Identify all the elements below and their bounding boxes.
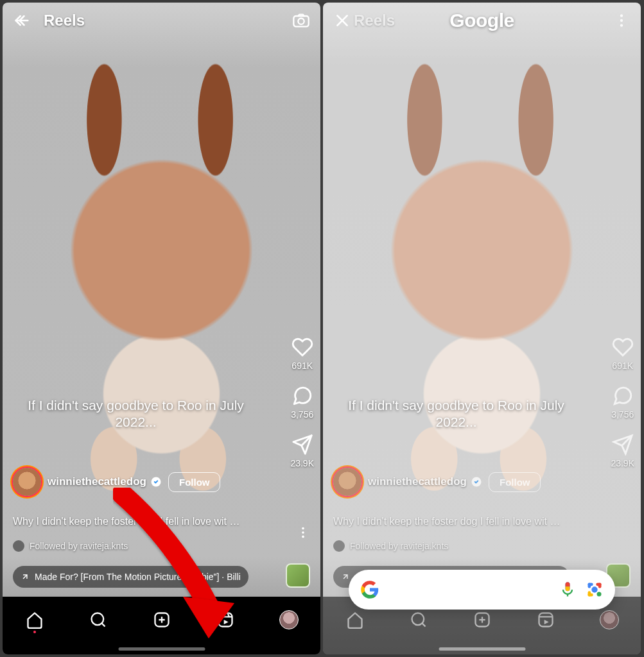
share-button[interactable]: 23.9K (611, 434, 634, 468)
action-rail: 691K 3,756 23.9K (290, 336, 314, 468)
comment-count: 3,756 (611, 409, 634, 420)
reel-video-frame[interactable] (323, 3, 641, 654)
bottom-nav (3, 597, 320, 654)
svg-point-3 (298, 18, 304, 24)
google-g-icon (360, 580, 379, 599)
followed-by-label: Followed by raviteja.knts (350, 541, 448, 551)
like-count: 691K (612, 361, 633, 371)
svg-rect-15 (218, 613, 232, 627)
svg-line-11 (101, 623, 105, 626)
page-title: Reels (44, 12, 85, 30)
top-bar: Reels (3, 3, 320, 38)
nav-reels-icon[interactable] (536, 610, 555, 629)
back-icon[interactable] (12, 10, 32, 31)
svg-rect-33 (588, 591, 591, 596)
svg-point-9 (302, 536, 304, 538)
nav-create-icon[interactable] (152, 610, 171, 629)
svg-rect-41 (539, 613, 552, 627)
svg-point-7 (302, 527, 304, 530)
audio-thumbnail[interactable] (286, 563, 310, 588)
audio-text: Made For? [From The Motion Picture "Barb… (35, 572, 241, 582)
share-count: 23.9K (611, 458, 634, 468)
author-avatar[interactable] (333, 468, 361, 496)
phone-left: Reels If I didn't say goodbye to Roo in … (3, 3, 320, 654)
home-indicator[interactable] (439, 647, 525, 651)
audio-pill[interactable]: Made For? [From The Motion Picture "Barb… (13, 566, 248, 588)
nav-create-icon[interactable] (473, 610, 492, 629)
svg-marker-19 (223, 620, 228, 624)
svg-point-35 (591, 586, 597, 592)
like-button[interactable]: 691K (292, 336, 313, 371)
home-indicator[interactable] (118, 647, 205, 651)
like-count: 691K (292, 361, 313, 371)
author-row[interactable]: winniethecattledog Follow (333, 468, 589, 496)
verified-badge-icon (471, 476, 482, 488)
followed-by-row[interactable]: Followed by raviteja.knts (333, 540, 448, 552)
svg-point-34 (597, 592, 602, 597)
phone-right: Reels Google If I didn't say goodbye to … (323, 3, 641, 654)
nav-profile-avatar[interactable] (279, 610, 299, 629)
like-button[interactable]: 691K (612, 336, 634, 371)
svg-rect-31 (598, 583, 602, 588)
follower-avatar (13, 540, 24, 552)
svg-line-37 (422, 623, 425, 626)
comment-count: 3,756 (291, 409, 313, 420)
svg-point-23 (620, 19, 623, 21)
google-mic-icon[interactable] (559, 581, 577, 599)
google-search-bar[interactable] (349, 570, 615, 610)
video-caption: If I didn't say goodbye to Roo in July 2… (3, 397, 269, 431)
video-description[interactable]: Why I didn't keep the foster dog I fell … (13, 516, 269, 527)
camera-icon[interactable] (291, 10, 311, 31)
comment-button[interactable]: 3,756 (611, 385, 634, 420)
author-row[interactable]: winniethecattledog Follow (13, 468, 269, 496)
overflow-menu-icon[interactable] (611, 10, 632, 31)
more-options-icon[interactable] (296, 525, 310, 540)
google-logo: Google (449, 10, 514, 31)
author-username[interactable]: winniethecattledog (368, 475, 467, 488)
nav-reels-icon[interactable] (216, 610, 235, 629)
reel-video-frame[interactable] (3, 3, 320, 654)
action-rail: 691K 3,756 23.9K (611, 336, 634, 468)
close-icon[interactable] (332, 10, 352, 31)
svg-point-8 (302, 531, 304, 534)
top-bar: Reels Google (323, 3, 641, 38)
share-count: 23.9K (290, 458, 314, 468)
google-lens-icon[interactable] (586, 581, 604, 599)
svg-point-24 (620, 24, 623, 26)
video-caption: If I didn't say goodbye to Roo in July 2… (323, 397, 589, 431)
svg-rect-29 (588, 583, 591, 588)
author-avatar[interactable] (13, 468, 41, 496)
follower-avatar (333, 540, 345, 552)
author-username[interactable]: winniethecattledog (48, 475, 146, 488)
nav-search-icon[interactable] (409, 610, 428, 629)
followed-by-row[interactable]: Followed by raviteja.knts (13, 540, 128, 552)
comment-button[interactable]: 3,756 (291, 385, 313, 420)
share-button[interactable]: 23.9K (290, 434, 314, 468)
video-description[interactable]: Why I didn't keep the foster dog I fell … (333, 516, 589, 527)
svg-point-10 (91, 613, 103, 626)
nav-home-icon[interactable] (345, 610, 365, 629)
nav-home-icon[interactable] (25, 610, 44, 629)
follow-button[interactable]: Follow (489, 472, 541, 492)
svg-point-36 (412, 613, 424, 626)
page-title-ghost: Reels (354, 12, 395, 30)
svg-marker-43 (544, 620, 548, 624)
nav-profile-avatar[interactable] (600, 610, 619, 629)
nav-search-icon[interactable] (89, 610, 108, 629)
followed-by-label: Followed by raviteja.knts (30, 541, 128, 551)
follow-button[interactable]: Follow (168, 472, 221, 492)
verified-badge-icon (150, 476, 162, 488)
svg-point-22 (620, 14, 623, 17)
